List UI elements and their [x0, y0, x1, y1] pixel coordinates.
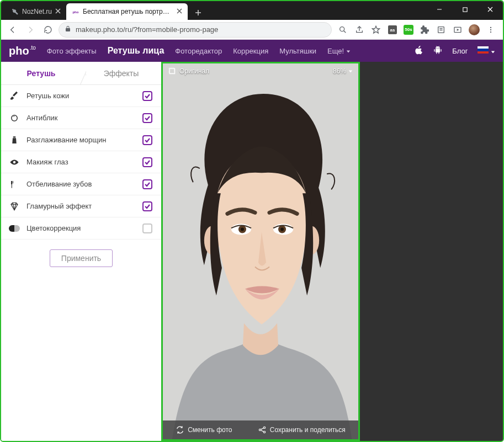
svg-rect-29: [11, 181, 12, 184]
site-header-right: Блог: [415, 45, 495, 57]
close-icon[interactable]: [55, 8, 61, 15]
site-header: pho.to Фото эффекты Ретушь лица Фотореда…: [1, 40, 503, 62]
search-icon[interactable]: [337, 24, 348, 35]
ext-icon-timer[interactable]: 50s: [404, 25, 413, 35]
original-toggle[interactable]: Оригинал: [168, 67, 209, 75]
close-window-button[interactable]: [478, 1, 503, 18]
address-bar: makeup.pho.to/ru/?from=mobile-promo-page…: [1, 20, 503, 40]
option-label: Макияж глаз: [26, 158, 136, 166]
canvas-bottombar: Сменить фото Сохранить и поделиться: [163, 420, 358, 439]
option-label: Ретушь кожи: [26, 92, 136, 100]
tab-title: Бесплатная ретушь портретных: [83, 8, 170, 15]
site-nav: Фото эффекты Ретушь лица Фоторедактор Ко…: [47, 46, 351, 56]
option-label: Разглаживание морщин: [26, 136, 136, 144]
close-icon[interactable]: [177, 8, 182, 15]
eye-icon: [9, 157, 20, 168]
svg-point-23: [490, 29, 491, 30]
star-icon[interactable]: [370, 24, 381, 35]
window-titlebar: NozNet.ru pho Бесплатная ретушь портретн…: [1, 1, 503, 20]
page-body: Ретушь Эффекты Ретушь кожи Антиблик Разг…: [1, 62, 503, 441]
svg-point-24: [490, 31, 491, 32]
option-label: Антиблик: [26, 114, 136, 122]
language-flag[interactable]: [478, 46, 495, 55]
minimize-button[interactable]: [427, 1, 452, 18]
checkbox[interactable]: [142, 179, 152, 189]
ext-icon-as[interactable]: as: [387, 24, 398, 35]
nav-correction[interactable]: Коррекция: [233, 47, 268, 55]
nav-cartoons[interactable]: Мультяшки: [279, 47, 316, 55]
svg-point-43: [241, 227, 244, 231]
checkbox[interactable]: [142, 223, 152, 233]
svg-rect-30: [12, 184, 12, 188]
tab-title: NozNet.ru: [22, 8, 52, 15]
svg-text:pho: pho: [72, 10, 78, 14]
nav-face-retouch[interactable]: Ретушь лица: [108, 46, 165, 56]
nav-photo-editor[interactable]: Фоторедактор: [175, 47, 222, 55]
profile-avatar[interactable]: [469, 24, 480, 35]
apply-button[interactable]: Применить: [50, 249, 113, 267]
reading-list-icon[interactable]: [436, 24, 447, 35]
menu-icon[interactable]: [485, 24, 496, 35]
window-controls: [427, 1, 503, 18]
option-wrinkle-smooth[interactable]: Разглаживание морщин: [1, 129, 161, 151]
checkbox[interactable]: [142, 135, 152, 145]
checkbox[interactable]: [142, 91, 152, 101]
back-button[interactable]: [6, 23, 20, 37]
checkbox[interactable]: [142, 201, 152, 211]
nav-blog[interactable]: Блог: [452, 47, 468, 55]
media-icon[interactable]: [452, 24, 463, 35]
new-tab-button[interactable]: [191, 6, 205, 20]
option-teeth-whitening[interactable]: Отбеливание зубов: [1, 173, 161, 195]
sidebar: Ретушь Эффекты Ретушь кожи Антиблик Разг…: [1, 62, 161, 441]
checkbox[interactable]: [142, 157, 152, 167]
svg-marker-14: [372, 26, 379, 33]
circle-icon: [9, 113, 20, 124]
canvas-empty-area: [360, 62, 503, 441]
option-eye-makeup[interactable]: Макияж глаз: [1, 151, 161, 173]
diamond-icon: [9, 201, 20, 212]
image-canvas[interactable]: Оригинал 86%: [161, 62, 360, 441]
share-icon[interactable]: [354, 24, 365, 35]
addrbar-actions: as 50s: [335, 24, 498, 35]
apple-icon[interactable]: [415, 45, 423, 57]
svg-line-13: [344, 30, 346, 33]
site-favicon: pho: [72, 8, 79, 15]
svg-point-12: [340, 26, 344, 31]
forward-button[interactable]: [23, 23, 38, 37]
svg-point-22: [490, 26, 491, 28]
checkbox[interactable]: [142, 113, 152, 123]
sidebar-tabs: Ретушь Эффекты: [1, 62, 161, 85]
maximize-button[interactable]: [452, 1, 478, 18]
brush-icon: [9, 90, 20, 102]
toothbrush-icon: [9, 179, 20, 190]
wrench-icon: [11, 8, 19, 15]
option-glamour-effect[interactable]: Гламурный эффект: [1, 195, 161, 217]
save-share-button[interactable]: Сохранить и поделиться: [258, 425, 346, 434]
option-skin-retouch[interactable]: Ретушь кожи: [1, 85, 161, 107]
lock-icon: [65, 25, 71, 34]
nav-more[interactable]: Еще!: [327, 47, 351, 55]
option-antiglare[interactable]: Антиблик: [1, 107, 161, 129]
extensions-icon[interactable]: [419, 24, 430, 35]
svg-line-50: [261, 428, 263, 430]
nav-photo-effects[interactable]: Фото эффекты: [47, 47, 97, 55]
browser-tab-phototo[interactable]: pho Бесплатная ретушь портретных: [66, 3, 188, 20]
change-photo-button[interactable]: Сменить фото: [176, 425, 232, 434]
svg-marker-37: [349, 70, 352, 72]
svg-rect-28: [13, 136, 16, 137]
tab-retouch[interactable]: Ретушь: [1, 62, 81, 84]
option-label: Гламурный эффект: [26, 202, 136, 210]
browser-tab-noznet[interactable]: NozNet.ru: [6, 3, 66, 20]
svg-rect-9: [463, 7, 466, 11]
svg-marker-21: [457, 29, 459, 31]
reload-button[interactable]: [41, 23, 55, 37]
zoom-indicator[interactable]: 86%: [333, 67, 353, 75]
svg-text:as: as: [390, 28, 395, 33]
url-field[interactable]: makeup.pho.to/ru/?from=mobile-promo-page: [59, 22, 332, 38]
site-logo[interactable]: pho.to: [9, 45, 36, 57]
option-label: Отбеливание зубов: [26, 180, 136, 188]
option-color-correction[interactable]: Цветокоррекция: [1, 217, 161, 239]
svg-marker-25: [347, 50, 350, 52]
android-icon[interactable]: [433, 45, 442, 57]
tab-effects[interactable]: Эффекты: [81, 62, 161, 84]
